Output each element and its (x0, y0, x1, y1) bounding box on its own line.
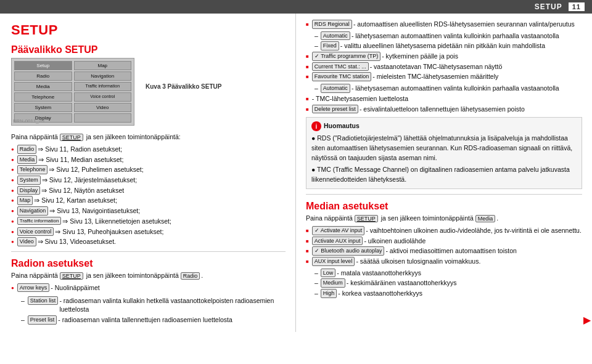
badge-aux-input: Activate AUX input (312, 237, 363, 246)
note-text2: ● TMC (Traffic Message Channel) on digit… (311, 165, 577, 185)
badge-automatic1: Automatic (321, 31, 350, 41)
screen-btn-empty (74, 113, 132, 123)
badge-arrow-keys: Arrow keys (17, 283, 50, 293)
media-badge: Media (475, 215, 496, 222)
header-bar: SETUP 11 (0, 0, 592, 14)
badge-station-list: Station list (28, 296, 59, 305)
aux-level-item: AUX input level - säätää ulkoisen tulosi… (306, 257, 582, 266)
delete-preset-item: Delete preset list - esivalintaluetteloo… (306, 105, 582, 114)
media-items-list: ✓ Activate AV input - vaihtoehtoinen ulk… (306, 226, 582, 266)
screen-btn-system: System (14, 103, 72, 112)
badge-navigation: Navigation (17, 206, 49, 216)
screenshot-image: Setup Map Radio Navigation Media Traffic… (11, 58, 134, 126)
badge-preset-list: Preset list (28, 315, 57, 325)
fav-sub-list: Automatic - lähetysaseman automaattinen … (314, 84, 582, 93)
badge-aux-level: AUX input level (312, 257, 355, 266)
badge-system: System (17, 176, 41, 185)
setup-badge-intro: SETUP (60, 134, 83, 141)
list-item: Navigation ⇒ Sivu 13, Navigointiasetukse… (11, 206, 286, 216)
badge-fav-tmc: Favourite TMC station (312, 72, 371, 81)
badge-bt-autoplay: ✓ Bluetooth audio autoplay (312, 246, 385, 256)
list-item: Display ⇒ Sivu 12, Näytön asetukset (11, 186, 286, 195)
tmc-stat-item: Current TMC stat.: ... - vastaanotetavan… (306, 62, 582, 71)
badge-telephone: Telephone (17, 165, 48, 174)
screen-btn-navigation: Navigation (74, 71, 132, 81)
setup-badge-radio: SETUP (60, 272, 83, 280)
list-item: Map ⇒ Sivu 12, Kartan asetukset; (11, 196, 286, 205)
page-title: SETUP (11, 22, 286, 38)
sub-list-item: Station list - radioaseman valinta kulla… (21, 296, 286, 314)
list-item: Media ⇒ Sivu 11, Median asetukset; (11, 155, 286, 164)
sub-item: Automatic - lähetysaseman automaattinen … (314, 31, 582, 41)
sub-item: Fixed - valittu alueellinen lähetysasema… (314, 41, 582, 51)
badge-map: Map (17, 196, 33, 205)
tmc-list-item: - TMC-lähetysasemien luettelosta (306, 94, 582, 103)
av-input-item: ✓ Activate AV input - vaihtoehtoinen ulk… (306, 226, 582, 235)
medium-item: Medium - keskimääräinen vastaanottoherkk… (314, 278, 582, 288)
menu-items-list: Radio ⇒ Sivu 11, Radion asetukset; Media… (11, 145, 286, 246)
note-icon: i (311, 121, 321, 131)
header-title: SETUP (535, 2, 562, 11)
list-item: Telephone ⇒ Sivu 12, Puhelimen asetukset… (11, 165, 286, 174)
radio-intro: Paina näppäintä SETUP ja sen jälkeen toi… (11, 272, 286, 280)
note-title: Huomautus (324, 121, 360, 131)
page-number: 11 (569, 2, 585, 11)
low-item: Low - matala vastaanottoherkkyys (314, 269, 582, 278)
badge-traffic-info: Traffic information (17, 217, 62, 225)
screen-btn-setup: Setup (14, 61, 72, 70)
bt-autoplay-item: ✓ Bluetooth audio autoplay - aktivoi med… (306, 246, 582, 256)
screen-btn-traffic: Traffic information (74, 82, 132, 91)
badge-tp: ✓ Traffic programme (TP) (312, 52, 380, 61)
media-intro: Paina näppäintä SETUP ja sen jälkeen toi… (306, 214, 582, 222)
high-item: High - korkea vastaanottoherkkyys (314, 289, 582, 298)
setup-badge-media: SETUP (355, 215, 378, 222)
tmc-list-items: - TMC-lähetysasemien luettelosta Delete … (306, 94, 582, 113)
section2-title: Radion asetukset (11, 258, 286, 269)
list-item: System ⇒ Sivu 12, Järjestelmäasetukset; (11, 176, 286, 185)
screen-btn-video: Video (74, 103, 132, 112)
list-item: Traffic information ⇒ Sivu 13, Liikennet… (11, 217, 286, 226)
aux-input-item: Activate AUX input - ulkoinen audiolähde (306, 237, 582, 246)
screen-btn-telephone: Telephone (14, 92, 72, 102)
note-header: i Huomautus (311, 121, 577, 131)
radio-badge: Radio (181, 272, 200, 280)
badge-media: Media (17, 155, 38, 164)
aux-level-sub-list: Low - matala vastaanottoherkkyys Medium … (314, 269, 582, 298)
list-item: Video ⇒ Sivu 13, Videoasetukset. (11, 237, 286, 246)
radio-items-list: Arrow keys - Nuolinäppäimet (11, 283, 286, 293)
badge-radio: Radio (17, 145, 37, 154)
badge-av-input: ✓ Activate AV input (312, 226, 364, 235)
badge-display: Display (17, 186, 41, 195)
screen-btn-media: Media (14, 82, 72, 91)
rds-items-list: RDS Regional - automaattisen alueelliste… (306, 20, 582, 29)
screen-btn-voice: Voice control (74, 92, 132, 102)
brn-label: BRN-0011_20 (13, 118, 44, 124)
right-divider (306, 194, 582, 195)
screenshot-caption: Kuva 3 Päävalikko SETUP (146, 83, 221, 90)
note-text1: ● RDS ("Radiotietojärjestelmä") lähettää… (311, 134, 577, 163)
section1-title: Päävalikko SETUP (11, 44, 286, 55)
badge-voice-control: Voice control (17, 227, 54, 237)
screen-btn-radio: Radio (14, 71, 72, 81)
radio-list-item: Arrow keys - Nuolinäppäimet (11, 283, 286, 293)
screen-btn-map: Map (74, 61, 132, 70)
screenshot-wrapper: Setup Map Radio Navigation Media Traffic… (11, 58, 286, 129)
list-item: Radio ⇒ Sivu 11, Radion asetukset; (11, 145, 286, 154)
note-box: i Huomautus ● RDS ("Radiotietojärjestelm… (306, 117, 582, 189)
badge-high: High (321, 289, 337, 298)
media-section-title: Median asetukset (306, 201, 582, 212)
badge-delete-preset: Delete preset list (312, 105, 358, 114)
radio-sub-list: Station list - radioaseman valinta kulla… (21, 296, 286, 325)
badge-low: Low (321, 269, 336, 278)
badge-video: Video (17, 237, 36, 246)
intro-text: Paina näppäintä SETUP ja sen jälkeen toi… (11, 133, 286, 141)
sub-item: Automatic - lähetysaseman automaattinen … (314, 84, 582, 93)
right-column: RDS Regional - automaattisen alueelliste… (296, 14, 592, 332)
rds-regional-item: RDS Regional - automaattisen alueelliste… (306, 20, 582, 29)
badge-medium: Medium (321, 278, 345, 288)
sub-list-item: Preset list - radioaseman valinta tallen… (21, 315, 286, 325)
left-column: SETUP Päävalikko SETUP Setup Map Radio N… (0, 14, 296, 332)
next-page-arrow[interactable]: ▶ (583, 314, 591, 326)
badge-fixed: Fixed (321, 41, 339, 51)
fav-tmc-item: Favourite TMC station - mieleisten TMC-l… (306, 72, 582, 81)
